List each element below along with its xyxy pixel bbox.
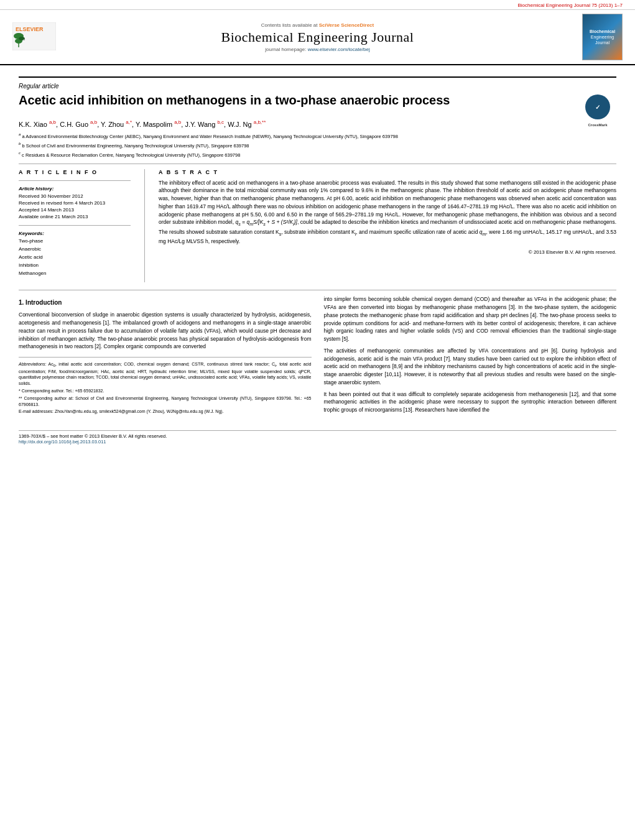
info-abstract-section: A R T I C L E I N F O Article history: R… — [19, 169, 616, 283]
article-title: Acetic acid inhibition on methanogens in… — [19, 92, 450, 108]
history-group: Article history: Received 30 November 20… — [19, 186, 131, 221]
authors-line: K.K. Xiao a,b, C.H. Guo a,b, Y. Zhou a,*… — [19, 119, 616, 128]
journal-homepage-text: journal homepage: www.elsevier.com/locat… — [62, 47, 573, 52]
top-divider — [19, 76, 616, 78]
keywords-divider — [19, 225, 131, 226]
formula-text: qs = qmS/[Ks + S + (S²/Ki)] — [235, 219, 297, 225]
abbreviations-note: Abbreviations: Ac0, initial acetic acid … — [19, 361, 312, 387]
doi-link[interactable]: http://dx.doi.org/10.1016/j.bej.2013.03.… — [19, 439, 106, 445]
body-col-left: 1. Introduction Conventional bioconversi… — [19, 295, 312, 418]
elsevier-logo-area: ELSEVIER ▲ — [12, 22, 62, 52]
corresponding1-note: * Corresponding author. Tel.: +65 659218… — [19, 388, 312, 394]
authors-text: K.K. Xiao a,b, C.H. Guo a,b, Y. Zhou a,*… — [19, 121, 266, 128]
email-note: E-mail addresses: ZhouYan@ntu.edu.sg, sm… — [19, 408, 312, 415]
footnotes-block: Abbreviations: Ac0, initial acetic acid … — [19, 357, 312, 415]
keyword-2: Anaerobic — [19, 246, 131, 254]
elsevier-logo-icon: ELSEVIER ▲ — [12, 22, 56, 50]
mid-divider — [19, 164, 616, 164]
copyright-text: © 2013 Elsevier B.V. All rights reserved… — [159, 249, 616, 255]
doi-text: http://dx.doi.org/10.1016/j.bej.2013.03.… — [19, 439, 616, 445]
keyword-4: Inhibition — [19, 262, 131, 270]
accepted-date: Accepted 14 March 2013 — [19, 206, 131, 213]
intro-col1-text: Conventional bioconversion of sludge in … — [19, 311, 312, 351]
journal-reference-text: Biochemical Engineering Journal 75 (2013… — [517, 2, 623, 8]
intro-col2-para1: into simpler forms becoming soluble chem… — [324, 295, 617, 343]
corresponding2-note: ** Corresponding author at: School of Ci… — [19, 395, 312, 408]
affiliation-a: a a Advanced Environmental Biotechnology… — [19, 132, 616, 140]
journal-header: ELSEVIER ▲ Contents lists available at S… — [0, 10, 635, 65]
intro-col2-para2: The activities of methanogenic communiti… — [324, 347, 617, 387]
sciverse-brand: SciVerse ScienceDirect — [319, 22, 374, 28]
intro-col2-para3: It has been pointed out that it was diff… — [324, 390, 617, 414]
keywords-label: Keywords: — [19, 231, 131, 236]
vertical-divider — [144, 169, 145, 283]
journal-cover-thumb: Biochemical Engineering Journal — [582, 14, 623, 60]
abstract-column: A B S T R A C T The inhibitory effect of… — [159, 169, 616, 283]
keyword-5: Methanogen — [19, 270, 131, 278]
keyword-3: Acetic acid — [19, 254, 131, 262]
keyword-1: Two-phase — [19, 238, 131, 246]
body-divider — [19, 290, 616, 290]
sciverse-text: Contents lists available at SciVerse Sci… — [62, 22, 573, 28]
affiliation-c: c c Residues & Resource Reclamation Cent… — [19, 150, 616, 159]
received-date: Received 30 November 2012 — [19, 193, 131, 200]
title-row: Acetic acid inhibition on methanogens in… — [19, 92, 616, 119]
article-info-column: A R T I C L E I N F O Article history: R… — [19, 169, 131, 283]
abstract-text: The inhibitory effect of acetic acid on … — [159, 179, 616, 246]
svg-text:▲: ▲ — [22, 38, 25, 41]
body-section: 1. Introduction Conventional bioconversi… — [19, 295, 616, 418]
issn-text: 1369-703X/$ – see front matter © 2013 El… — [19, 433, 616, 439]
available-date: Available online 21 March 2013 — [19, 213, 131, 220]
keywords-group: Keywords: Two-phase Anaerobic Acetic aci… — [19, 231, 131, 277]
affiliation-b: b b School of Civil and Environmental En… — [19, 141, 616, 149]
intro-heading: 1. Introduction — [19, 298, 312, 307]
history-label: Article history: — [19, 186, 131, 192]
journal-thumbnail-area: Biochemical Engineering Journal — [573, 14, 623, 60]
journal-title-area: Contents lists available at SciVerse Sci… — [62, 22, 573, 52]
revised-date: Received in revised form 4 March 2013 — [19, 200, 131, 206]
svg-text:ELSEVIER: ELSEVIER — [16, 26, 44, 32]
abstract-heading: A B S T R A C T — [159, 169, 616, 175]
journal-title: Biochemical Engineering Journal — [62, 29, 573, 45]
article-info-heading: A R T I C L E I N F O — [19, 169, 131, 175]
info-divider — [19, 180, 131, 181]
journal-homepage-link[interactable]: www.elsevier.com/locate/bej — [308, 47, 370, 52]
article-type-label: Regular article — [19, 83, 616, 90]
body-col-right: into simpler forms becoming soluble chem… — [324, 295, 617, 418]
affiliations-block: a a Advanced Environmental Biotechnology… — [19, 132, 616, 159]
crossmark-badge: ✓ — [585, 95, 610, 119]
page-content: Regular article Acetic acid inhibition o… — [0, 65, 635, 457]
journal-reference-bar: Biochemical Engineering Journal 75 (2013… — [0, 0, 635, 10]
crossmark-area: ✓ — [585, 95, 616, 119]
bottom-bar: 1369-703X/$ – see front matter © 2013 El… — [19, 430, 616, 445]
